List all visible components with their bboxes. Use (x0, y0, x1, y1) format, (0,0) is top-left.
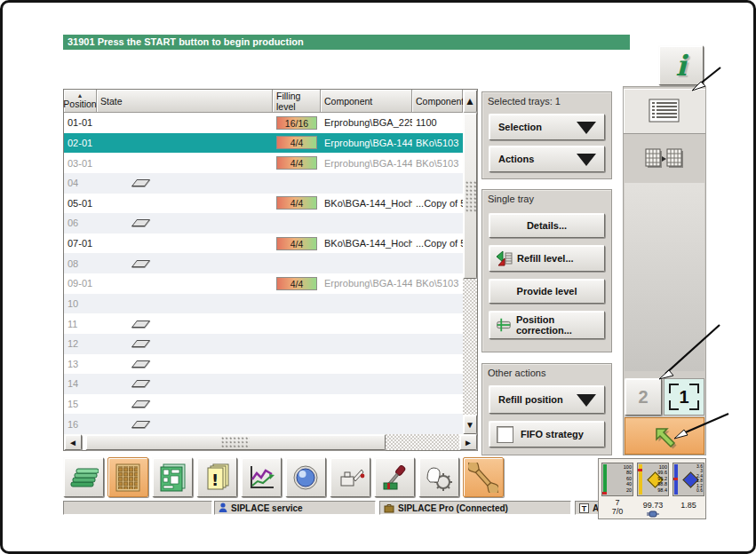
provide-level-button[interactable]: Provide level (489, 279, 605, 304)
hand-gear-icon (424, 463, 454, 493)
station-2-button[interactable]: 2 (625, 378, 662, 416)
scroll-up-button[interactable]: ▲ (463, 90, 477, 113)
cell-position: 01-01 (64, 117, 97, 128)
cell-position: 12 (64, 338, 97, 349)
setup-screwdriver-icon (379, 463, 410, 493)
fifo-checkbox[interactable] (497, 426, 513, 443)
vertical-scrollbar-track[interactable] (463, 279, 477, 415)
table-row[interactable]: 02-014/4Erprobung\BGA-144_1BKo\5103 (64, 133, 463, 154)
cell-state (97, 218, 273, 228)
table-row[interactable]: 12 (64, 334, 463, 354)
performance-gauge-panel[interactable]: 10080604020 10099.699.298.898.4 3.632.41… (598, 458, 706, 519)
cell-state (97, 319, 273, 329)
table-row[interactable]: 10 (64, 294, 463, 314)
toolbar-maintenance-button[interactable] (330, 457, 370, 497)
position-correction-button[interactable]: Position correction... (489, 311, 605, 339)
cell-position: 04 (64, 178, 97, 188)
column-header-state[interactable]: State (97, 90, 273, 113)
toolbar-setup-button[interactable] (374, 457, 415, 497)
single-tray-label: Single tray (488, 194, 534, 204)
info-button[interactable]: i (658, 45, 704, 85)
fifo-strategy-toggle[interactable]: FIFO strategy (489, 421, 605, 447)
station-1-button[interactable]: 1 (664, 378, 704, 416)
table-row[interactable]: 16 (64, 414, 463, 434)
table-row[interactable]: 07-014/4BKo\BGA-144_Hoch...Copy of 51 (64, 233, 463, 254)
vertical-scrollbar-thumb[interactable] (463, 113, 477, 279)
gauge-marker (602, 492, 607, 495)
tab-list-view[interactable] (624, 89, 705, 134)
toolbar-statistics-button[interactable] (241, 457, 282, 497)
details-button[interactable]: Details... (489, 213, 605, 238)
table-body: 01-0116/16Erprobung\BGA_225110002-014/4E… (64, 113, 463, 434)
svg-text:T: T (582, 503, 587, 512)
column-header-position[interactable]: ▲ Position (64, 90, 97, 113)
vertical-scrollbar[interactable]: ▼ (463, 113, 477, 434)
back-arrow-icon (649, 422, 680, 450)
column-header-component-2[interactable]: Component (412, 90, 463, 113)
horizontal-scrollbar[interactable]: ◄ ► (64, 434, 477, 450)
refill-level-button[interactable]: Refill level... (489, 245, 605, 272)
refill-position-dropdown[interactable]: Refill position (489, 385, 605, 414)
gauge-marker (638, 469, 642, 471)
table-row[interactable]: 04 (64, 173, 463, 194)
gauge-quality-rate: 10099.699.298.898.4 (637, 463, 669, 496)
pcb-layout-icon (157, 463, 187, 493)
back-button[interactable] (625, 417, 704, 455)
scroll-left-button[interactable]: ◄ (64, 434, 82, 450)
cell-component: Erprobung\BGA-144_1 (321, 138, 412, 148)
cell-position: 16 (64, 419, 97, 430)
horizontal-scrollbar-thumb[interactable] (85, 434, 386, 450)
toolbar-boards-button[interactable] (63, 457, 104, 497)
toolbar-service-button[interactable] (463, 457, 504, 497)
table-row[interactable]: 03-014/4Erprobung\BGA-144_2BKo\5103 (64, 153, 463, 173)
table-row[interactable]: 05-014/4BKo\BGA-144_Hoch...Copy of 51 (64, 194, 463, 214)
scroll-up-icon: ▲ (465, 95, 475, 107)
cell-position: 06 (64, 218, 97, 228)
cell-position: 07-01 (64, 238, 97, 249)
cell-component: BKo\BGA-144_Hoch (321, 238, 412, 249)
table-row[interactable]: 13 (64, 354, 463, 375)
toolbar-error-messages-button[interactable]: ! (196, 457, 237, 497)
gauge-ticks: 10080604020 (617, 464, 632, 493)
table-row[interactable]: 08 (64, 253, 463, 273)
scroll-down-button[interactable]: ▼ (463, 415, 477, 434)
column-header-component[interactable]: Component (321, 90, 412, 113)
toolbar-pcb-programs-button[interactable] (152, 457, 193, 497)
tab-tray-view[interactable] (624, 135, 705, 183)
cell-position: 02-01 (64, 138, 97, 148)
focus-corner (669, 400, 679, 410)
toolbar-component-tables-button[interactable] (107, 457, 148, 497)
svg-text:!: ! (211, 471, 219, 489)
gauge-value-rate: 1.85 (672, 501, 704, 510)
table-row[interactable]: 11 (64, 313, 463, 334)
toolbar-vision-system-button[interactable] (285, 457, 326, 497)
component-table-icon (113, 463, 143, 493)
filling-level-badge: 16/16 (276, 116, 317, 130)
column-header-filling-level[interactable]: Filling level (273, 90, 321, 113)
table-row[interactable]: 14 (64, 374, 463, 394)
scroll-right-button[interactable]: ► (459, 434, 477, 450)
sort-ascending-icon: ▲ (77, 92, 84, 99)
table-header: ▲ Position State Filling level Component… (64, 90, 477, 113)
selection-dropdown[interactable]: Selection (489, 114, 605, 140)
table-row[interactable]: 09-014/4Erprobung\BGA-144_3BKo\5103 (64, 273, 463, 294)
filling-level-badge: 4/4 (276, 136, 317, 149)
empty-tray-icon (131, 179, 150, 186)
briefcase-icon (384, 503, 394, 513)
siplace-window: 31901 Press the START button to begin pr… (0, 0, 756, 554)
cell-state (97, 378, 273, 389)
tray-pair-icon (645, 147, 684, 170)
cell-filling-level: 4/4 (273, 156, 321, 170)
table-row[interactable]: 06 (64, 213, 463, 233)
empty-tray-icon (131, 421, 150, 428)
table-row[interactable]: 01-0116/16Erprobung\BGA_2251100 (64, 113, 463, 133)
table-row[interactable]: 15 (64, 394, 463, 415)
mode-t-icon: T (579, 503, 589, 513)
focus-corner (689, 400, 699, 410)
actions-dropdown[interactable]: Actions (489, 146, 605, 172)
horizontal-scrollbar-track[interactable] (386, 434, 459, 450)
gauge-bar (603, 464, 607, 495)
cell-position: 15 (64, 399, 97, 409)
toolbar-manual-operation-button[interactable] (418, 457, 459, 497)
cell-filling-level: 4/4 (273, 237, 321, 250)
